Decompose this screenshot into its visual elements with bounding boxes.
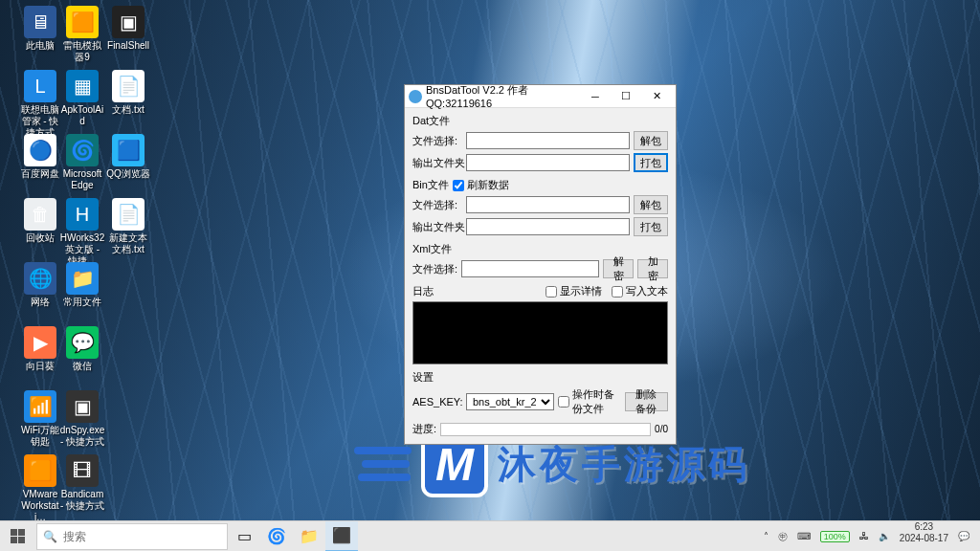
icon-label: 向日葵	[17, 361, 63, 372]
tray-network-icon[interactable]: 🖧	[855, 521, 874, 551]
bin-pack-button[interactable]: 打包	[634, 217, 668, 236]
taskbar-app-bnsdattool[interactable]: ⬛	[325, 521, 358, 552]
desktop-icon[interactable]: 🗑回收站	[17, 198, 63, 244]
desktop-icon[interactable]: 🟧VMware Workstati…	[17, 454, 63, 523]
taskbar-clock[interactable]: 6:23 2024-08-17	[895, 521, 953, 551]
icon-label: FinalShell	[105, 40, 151, 52]
desktop-icon[interactable]: 📶WiFi万能钥匙	[17, 390, 63, 448]
desktop-icon[interactable]: 🟧雷电模拟器9	[59, 6, 105, 63]
bin-group: Bin文件 刷新数据 文件选择: 解包 输出文件夹: 打包	[412, 178, 668, 236]
log-detail-checkbox[interactable]: 显示详情	[546, 284, 602, 298]
bin-unpack-button[interactable]: 解包	[634, 195, 668, 214]
dat-section-label: Dat文件	[412, 114, 668, 128]
app-icon: H	[66, 198, 99, 231]
log-group: 日志 显示详情 写入文本	[412, 284, 668, 364]
log-write-check[interactable]	[612, 286, 623, 298]
bin-out-input[interactable]	[466, 218, 630, 235]
desktop-icon[interactable]: 🌀Microsoft Edge	[59, 134, 105, 191]
tray-battery-icon[interactable]: 100%	[815, 521, 855, 551]
titlebar[interactable]: BnsDatTool V2.2 作者QQ:32119616 ─ ☐ ✕	[405, 85, 676, 108]
delete-backup-button[interactable]: 删除备份	[625, 392, 668, 411]
app-icon: 🟧	[66, 6, 99, 38]
taskbar-app-explorer[interactable]: 📁	[293, 521, 325, 552]
log-textarea[interactable]	[412, 301, 668, 364]
xml-decrypt-button[interactable]: 解密	[603, 259, 634, 278]
icon-label: 雷电模拟器9	[59, 40, 105, 63]
icon-label: 此电脑	[17, 40, 63, 52]
app-icon: 📁	[66, 262, 99, 295]
icon-label: ApkToolAid	[59, 104, 105, 127]
dat-out-input[interactable]	[466, 154, 630, 171]
icon-label: Bandicam - 快捷方式	[59, 489, 105, 512]
desktop-icon[interactable]: 💬微信	[59, 326, 105, 372]
progress-bar	[440, 423, 651, 436]
desktop-icon[interactable]: HHWorks32英文版 - 快捷…	[59, 198, 105, 267]
taskbar-app-edge[interactable]: 🌀	[260, 521, 293, 552]
desktop-icon[interactable]: 📄文档.txt	[105, 70, 151, 116]
icon-label: 常用文件	[59, 297, 105, 308]
progress-label: 进度:	[412, 422, 436, 436]
xml-file-input[interactable]	[461, 260, 599, 277]
app-icon: 🗑	[24, 198, 56, 231]
xml-file-select-label: 文件选择:	[412, 262, 457, 276]
desktop-icon[interactable]: 📁常用文件	[59, 262, 105, 308]
bin-file-input[interactable]	[466, 196, 630, 213]
app-icon: 🌐	[24, 262, 56, 295]
tray-ime-icon[interactable]: ㊥	[773, 521, 792, 551]
close-button[interactable]: ✕	[641, 86, 672, 107]
desktop-icon[interactable]: ▦ApkToolAid	[59, 70, 105, 127]
maximize-button[interactable]: ☐	[611, 86, 641, 107]
clock-date: 2024-08-17	[900, 533, 948, 544]
app-icon: 🟧	[24, 454, 56, 487]
backup-checkbox[interactable]: 操作时备份文件	[558, 387, 621, 416]
settings-group: 设置 AES_KEY: bns_obt_kr_2014# 操作时备份文件 删除备…	[412, 370, 668, 416]
notifications-button[interactable]: 💬	[953, 521, 974, 551]
progress-value: 0/0	[655, 424, 668, 434]
xml-encrypt-button[interactable]: 加密	[637, 259, 668, 278]
dat-unpack-button[interactable]: 解包	[634, 131, 668, 150]
tray-volume-icon[interactable]: 🔈	[874, 521, 895, 551]
start-button[interactable]	[0, 521, 34, 552]
icon-label: 文档.txt	[105, 104, 151, 116]
desktop-icon[interactable]: ▣FinalShell	[105, 6, 151, 52]
bin-file-select-label: 文件选择:	[412, 198, 462, 212]
tray-overflow-button[interactable]: ˄	[759, 521, 773, 551]
search-input[interactable]	[63, 530, 221, 543]
desktop-icon[interactable]: 🌐网络	[17, 262, 63, 308]
app-icon: ▦	[66, 70, 99, 102]
log-detail-check[interactable]	[546, 286, 557, 298]
icon-label: 微信	[59, 361, 105, 372]
bin-refresh-checkbox[interactable]: 刷新数据	[453, 178, 509, 192]
xml-section-label: Xml文件	[412, 242, 668, 256]
minimize-button[interactable]: ─	[580, 86, 611, 107]
tray-input-icon[interactable]: ⌨	[792, 521, 815, 551]
bin-out-folder-label: 输出文件夹:	[412, 220, 462, 234]
dat-group: Dat文件 文件选择: 解包 输出文件夹: 打包	[412, 114, 668, 172]
desktop-icon[interactable]: 🎞Bandicam - 快捷方式	[59, 454, 105, 512]
backup-check[interactable]	[558, 396, 569, 408]
desktop-icon[interactable]: L联想电脑管家 - 快捷方式	[17, 70, 63, 139]
desktop-icon[interactable]: ▶向日葵	[17, 326, 63, 372]
app-icon	[409, 90, 422, 103]
icon-label: dnSpy.exe - 快捷方式	[59, 425, 105, 448]
app-icon: ▣	[112, 6, 145, 38]
show-desktop-button[interactable]	[974, 521, 980, 551]
icon-label: WiFi万能钥匙	[17, 425, 63, 448]
aes-key-select[interactable]: bns_obt_kr_2014#	[466, 393, 554, 410]
dat-out-folder-label: 输出文件夹:	[412, 156, 462, 170]
desktop-icon[interactable]: 📄新建文本文档.txt	[105, 198, 151, 255]
dat-file-input[interactable]	[466, 132, 630, 149]
progress-row: 进度: 0/0	[412, 422, 668, 436]
bin-refresh-check[interactable]	[453, 180, 464, 191]
desktop-icon[interactable]: ▣dnSpy.exe - 快捷方式	[59, 390, 105, 448]
taskbar: 🔍 ▭ 🌀 📁 ⬛ ˄ ㊥ ⌨ 100% 🖧 🔈 6:23 2024-08-17…	[0, 520, 980, 551]
task-view-button[interactable]: ▭	[228, 521, 260, 552]
dat-pack-button[interactable]: 打包	[634, 153, 668, 172]
desktop-icon[interactable]: 🔵百度网盘	[17, 134, 63, 180]
app-icon: 💬	[66, 326, 99, 359]
taskbar-search[interactable]: 🔍	[36, 523, 228, 550]
desktop-icon[interactable]: 🖥此电脑	[17, 6, 63, 52]
log-write-checkbox[interactable]: 写入文本	[612, 284, 668, 298]
desktop-icon[interactable]: 🟦QQ浏览器	[105, 134, 151, 180]
icon-label: 网络	[17, 297, 63, 308]
